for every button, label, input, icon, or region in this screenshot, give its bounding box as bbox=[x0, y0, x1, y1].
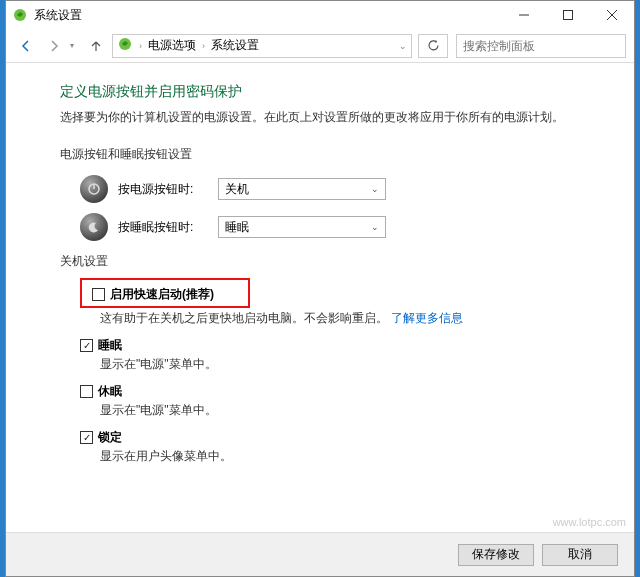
sleep-desc: 显示在"电源"菜单中。 bbox=[100, 356, 634, 373]
sleep-button-row: 按睡眠按钮时: 睡眠 ⌄ bbox=[80, 213, 634, 241]
content: 定义电源按钮并启用密码保护 选择要为你的计算机设置的电源设置。在此页上对设置所做… bbox=[6, 63, 634, 465]
fast-startup-desc: 这有助于在关机之后更快地启动电脑。不会影响重启。 了解更多信息 bbox=[100, 310, 634, 327]
window-title: 系统设置 bbox=[34, 7, 502, 24]
window: 系统设置 ▾ › 电源选项 › 系统设置 ⌄ 定义电源按钮并启用密码保护 选择要… bbox=[5, 0, 635, 577]
chevron-right-icon: › bbox=[202, 41, 205, 51]
lock-checkbox[interactable]: 锁定 bbox=[80, 429, 634, 446]
checkbox-label: 睡眠 bbox=[98, 337, 122, 354]
sleep-button-select[interactable]: 睡眠 ⌄ bbox=[218, 216, 386, 238]
learn-more-link[interactable]: 了解更多信息 bbox=[391, 311, 463, 325]
checkbox-icon bbox=[80, 385, 93, 398]
select-value: 关机 bbox=[225, 181, 249, 198]
watermark: www.lotpc.com bbox=[553, 516, 626, 528]
cancel-button[interactable]: 取消 bbox=[542, 544, 618, 566]
power-options-icon bbox=[117, 36, 133, 55]
power-button-label: 按电源按钮时: bbox=[118, 181, 208, 198]
maximize-button[interactable] bbox=[546, 1, 590, 29]
section-header-shutdown: 关机设置 bbox=[60, 253, 634, 270]
power-icon bbox=[80, 175, 108, 203]
power-button-select[interactable]: 关机 ⌄ bbox=[218, 178, 386, 200]
checkbox-icon bbox=[80, 339, 93, 352]
checkbox-label: 休眠 bbox=[98, 383, 122, 400]
footer: 保存修改 取消 bbox=[6, 532, 634, 576]
checkbox-icon bbox=[80, 431, 93, 444]
breadcrumb-item[interactable]: 电源选项 bbox=[148, 37, 196, 54]
titlebar: 系统设置 bbox=[6, 1, 634, 29]
refresh-button[interactable] bbox=[418, 34, 448, 58]
page-heading: 定义电源按钮并启用密码保护 bbox=[60, 83, 634, 101]
sleep-checkbox[interactable]: 睡眠 bbox=[80, 337, 634, 354]
hibernate-desc: 显示在"电源"菜单中。 bbox=[100, 402, 634, 419]
highlight-box: 启用快速启动(推荐) bbox=[80, 278, 250, 308]
checkbox-label: 锁定 bbox=[98, 429, 122, 446]
lock-desc: 显示在用户头像菜单中。 bbox=[100, 448, 634, 465]
chevron-down-icon: ⌄ bbox=[371, 184, 379, 194]
checkbox-label: 启用快速启动(推荐) bbox=[110, 286, 214, 303]
navbar: ▾ › 电源选项 › 系统设置 ⌄ bbox=[6, 29, 634, 63]
breadcrumb-item[interactable]: 系统设置 bbox=[211, 37, 259, 54]
save-button[interactable]: 保存修改 bbox=[458, 544, 534, 566]
chevron-down-icon[interactable]: ⌄ bbox=[399, 41, 407, 51]
select-value: 睡眠 bbox=[225, 219, 249, 236]
nav-history-dropdown[interactable]: ▾ bbox=[70, 41, 80, 50]
power-options-icon bbox=[12, 7, 28, 23]
section-header-buttons: 电源按钮和睡眠按钮设置 bbox=[60, 146, 634, 163]
up-button[interactable] bbox=[84, 34, 108, 58]
chevron-right-icon: › bbox=[139, 41, 142, 51]
checkbox-icon bbox=[92, 288, 105, 301]
minimize-button[interactable] bbox=[502, 1, 546, 29]
address-bar[interactable]: › 电源选项 › 系统设置 ⌄ bbox=[112, 34, 412, 58]
back-button[interactable] bbox=[14, 34, 38, 58]
power-button-row: 按电源按钮时: 关机 ⌄ bbox=[80, 175, 634, 203]
sleep-button-label: 按睡眠按钮时: bbox=[118, 219, 208, 236]
chevron-down-icon: ⌄ bbox=[371, 222, 379, 232]
sleep-icon bbox=[80, 213, 108, 241]
close-button[interactable] bbox=[590, 1, 634, 29]
search-input[interactable] bbox=[456, 34, 626, 58]
page-subheading: 选择要为你的计算机设置的电源设置。在此页上对设置所做的更改将应用于你所有的电源计… bbox=[60, 109, 634, 126]
forward-button[interactable] bbox=[42, 34, 66, 58]
fast-startup-checkbox[interactable]: 启用快速启动(推荐) bbox=[92, 286, 238, 303]
svg-rect-2 bbox=[564, 11, 573, 20]
hibernate-checkbox[interactable]: 休眠 bbox=[80, 383, 634, 400]
